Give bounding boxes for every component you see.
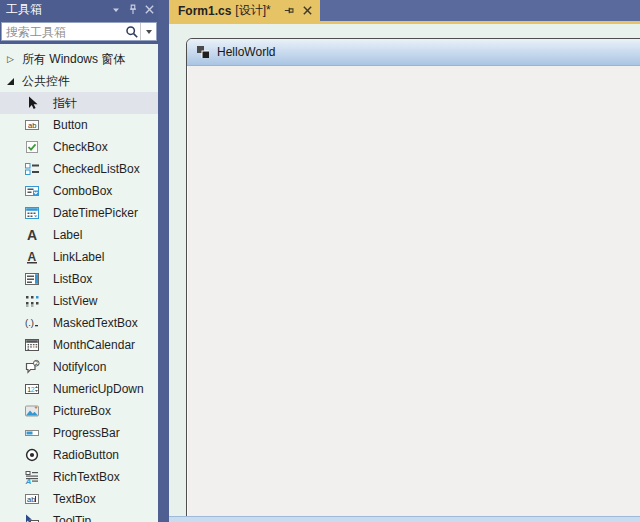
toolbox-item-monthcalendar[interactable]: MonthCalendar — [0, 334, 158, 356]
listview-icon — [24, 293, 40, 309]
svg-text:A: A — [27, 227, 37, 243]
toolbox-item-label: DateTimePicker — [53, 206, 138, 220]
toolbox-group-common-controls[interactable]: 公共控件 — [0, 70, 158, 92]
svg-text:A: A — [28, 250, 37, 264]
checkedlistbox-icon — [24, 161, 40, 177]
document-tabbar: Form1.cs [设计]* — [169, 0, 640, 21]
toolbox-item-combobox[interactable]: ComboBox — [0, 180, 158, 202]
monthcalendar-icon — [24, 337, 40, 353]
toolbox-item-numericupdown[interactable]: 12 NumericUpDown — [0, 378, 158, 400]
tab-suffix: [设计]* — [235, 2, 270, 19]
svg-text:(.): (.) — [25, 317, 34, 328]
toolbox-item-label: RichTextBox — [53, 470, 120, 484]
toolbox-titlebar[interactable]: 工具箱 — [0, 0, 158, 19]
toolbox-item-linklabel[interactable]: A LinkLabel — [0, 246, 158, 268]
toolbox-item-label: ListView — [53, 294, 97, 308]
expanded-triangle-icon — [7, 78, 22, 85]
toolbox-item-label: Label — [53, 228, 82, 242]
form-titlebar[interactable]: HelloWorld — [187, 39, 640, 66]
chevron-down-icon — [146, 30, 152, 34]
toolbox-search-row — [0, 19, 158, 44]
tab-form1-designer[interactable]: Form1.cs [设计]* — [169, 0, 320, 21]
combobox-icon — [24, 183, 40, 199]
radiobutton-icon — [24, 447, 40, 463]
group-label: 所有 Windows 窗体 — [22, 51, 125, 68]
toolbox-item-label: RadioButton — [53, 448, 119, 462]
toolbox-item-listview[interactable]: ListView — [0, 290, 158, 312]
toolbox-item-label: NotifyIcon — [53, 360, 106, 374]
close-icon[interactable] — [302, 5, 313, 16]
pointer-icon — [24, 95, 40, 111]
toolbox-item-label[interactable]: A Label — [0, 224, 158, 246]
toolbox-item-button[interactable]: ab Button — [0, 114, 158, 136]
collapsed-triangle-icon: ▷ — [7, 54, 22, 64]
tooltip-icon — [24, 513, 40, 522]
toolbox-item-label: Button — [53, 118, 88, 132]
toolbox-item-tooltip[interactable]: ToolTip — [0, 510, 158, 522]
progressbar-icon — [24, 425, 40, 441]
toolbox-item-label: ToolTip — [53, 514, 91, 522]
svg-text:2: 2 — [35, 360, 38, 366]
panel-splitter[interactable] — [158, 0, 169, 522]
designer-horizontal-scrollbar[interactable] — [169, 516, 640, 522]
group-label: 公共控件 — [22, 73, 70, 90]
linklabel-icon: A — [24, 249, 40, 265]
toolbox-item-label: ComboBox — [53, 184, 112, 198]
designed-form-window[interactable]: HelloWorld — [186, 38, 640, 522]
toolbox-item-listbox[interactable]: ListBox — [0, 268, 158, 290]
toolbox-panel: 工具箱 ▷ — [0, 0, 158, 522]
richtextbox-icon: A — [24, 469, 40, 485]
picturebox-icon — [24, 403, 40, 419]
toolbox-item-progressbar[interactable]: ProgressBar — [0, 422, 158, 444]
document-well: Form1.cs [设计]* HelloWorld — [169, 0, 640, 522]
maskedtextbox-icon: (.) — [24, 315, 40, 331]
toolbox-item-label: ProgressBar — [53, 426, 120, 440]
toolbox-item-label: MonthCalendar — [53, 338, 135, 352]
toolbox-item-notifyicon[interactable]: 2 NotifyIcon — [0, 356, 158, 378]
toolbox-item-richtextbox[interactable]: A RichTextBox — [0, 466, 158, 488]
toolbox-item-checkbox[interactable]: CheckBox — [0, 136, 158, 158]
form-title: HelloWorld — [217, 45, 275, 59]
textbox-icon: ab — [24, 491, 40, 507]
toolbox-item-label: MaskedTextBox — [53, 316, 138, 330]
toolbox-item-label: CheckBox — [53, 140, 108, 154]
form-icon — [196, 45, 210, 59]
pin-icon[interactable] — [282, 4, 295, 17]
tab-file-name: Form1.cs — [178, 4, 231, 18]
search-input[interactable] — [2, 25, 123, 39]
search-dropdown-button[interactable] — [141, 23, 156, 40]
pin-icon[interactable] — [124, 2, 141, 18]
designer-surface[interactable]: HelloWorld — [169, 24, 640, 522]
notifyicon-icon: 2 — [24, 359, 40, 375]
toolbox-item-label: NumericUpDown — [53, 382, 144, 396]
form-client-area[interactable] — [188, 66, 640, 522]
chevron-down-icon[interactable] — [107, 2, 124, 18]
toolbox-list: ▷ 所有 Windows 窗体 公共控件 指针 ab Button — [0, 44, 158, 522]
svg-text:ab: ab — [27, 495, 35, 504]
toolbox-item-picturebox[interactable]: PictureBox — [0, 400, 158, 422]
label-icon: A — [24, 227, 40, 243]
search-icon — [123, 23, 140, 40]
toolbox-item-label: PictureBox — [53, 404, 111, 418]
datetimepicker-icon — [24, 205, 40, 221]
toolbox-group-all-windows-forms[interactable]: ▷ 所有 Windows 窗体 — [0, 48, 158, 70]
listbox-icon — [24, 271, 40, 287]
close-icon[interactable] — [141, 2, 158, 18]
toolbox-item-pointer[interactable]: 指针 — [0, 92, 158, 114]
toolbox-item-datetimepicker[interactable]: DateTimePicker — [0, 202, 158, 224]
button-icon: ab — [24, 117, 40, 133]
toolbox-item-label: LinkLabel — [53, 250, 104, 264]
toolbox-item-label: TextBox — [53, 492, 96, 506]
checkbox-icon — [24, 139, 40, 155]
numericupdown-icon: 12 — [24, 381, 40, 397]
toolbox-item-label: ListBox — [53, 272, 92, 286]
toolbox-item-label: 指针 — [53, 95, 77, 112]
toolbox-title: 工具箱 — [6, 0, 107, 19]
toolbox-item-maskedtextbox[interactable]: (.) MaskedTextBox — [0, 312, 158, 334]
svg-text:ab: ab — [28, 121, 36, 130]
svg-text:2: 2 — [31, 386, 35, 393]
toolbox-item-textbox[interactable]: ab TextBox — [0, 488, 158, 510]
toolbox-item-radiobutton[interactable]: RadioButton — [0, 444, 158, 466]
svg-text:A: A — [25, 477, 32, 485]
toolbox-item-checkedlistbox[interactable]: CheckedListBox — [0, 158, 158, 180]
